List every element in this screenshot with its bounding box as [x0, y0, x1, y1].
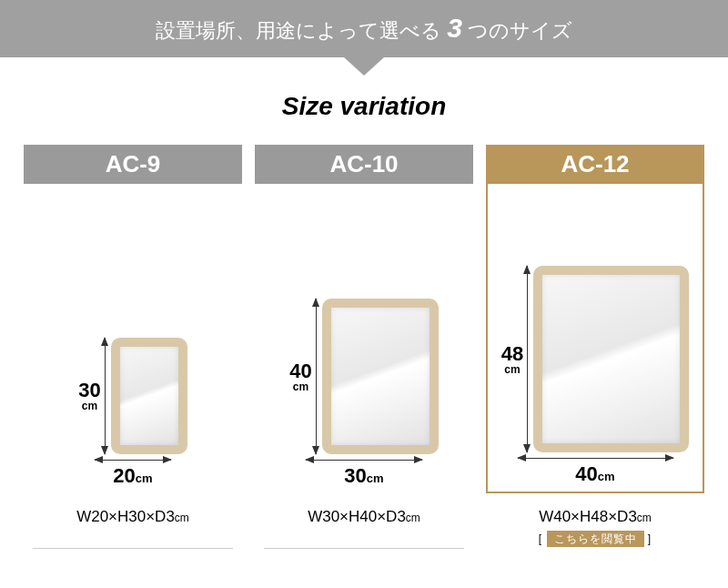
horizontal-dimension: 30cm [306, 460, 422, 488]
mirror-illustration [322, 299, 439, 454]
diagram-area: 30cm20cm [24, 184, 242, 493]
variant-AC-12: AC-1248cm40cmW40×H48×D3cm[ こちらを閲覧中 ] [486, 145, 704, 549]
vertical-dim-label: 30cm [78, 380, 100, 411]
viewing-badge: [ こちらを閲覧中 ] [539, 532, 652, 547]
dimensions-text: W40×H48×D3cm [539, 508, 652, 526]
dimensions-text: W30×H40×D3cm [308, 508, 420, 526]
horizontal-dim-label: 30cm [344, 464, 383, 488]
mirror-row: 40cm [289, 299, 438, 454]
mirror-illustration [533, 266, 689, 452]
vertical-dimension: 40cm [289, 299, 321, 454]
diagram-area: 48cm40cm [486, 184, 704, 493]
variant-AC-9: AC-930cm20cmW20×H30×D3cm [24, 145, 242, 549]
mirror-row: 48cm [501, 266, 689, 452]
variant-label: AC-10 [255, 145, 473, 184]
horizontal-arrow-icon [518, 458, 673, 459]
header-text-post: つのサイズ [462, 19, 572, 42]
horizontal-dimension: 40cm [518, 458, 673, 486]
horizontal-dim-label: 20cm [113, 464, 152, 488]
horizontal-arrow-icon [306, 460, 422, 461]
subtitle: Size variation [0, 92, 728, 121]
horizontal-dimension: 20cm [95, 460, 171, 488]
vertical-arrow-icon [105, 338, 106, 454]
variant-AC-10: AC-1040cm30cmW30×H40×D3cm [255, 145, 473, 549]
header-number: 3 [447, 13, 462, 43]
diagram-area: 40cm30cm [255, 184, 473, 493]
vertical-dim-label: 48cm [501, 344, 523, 375]
variant-label: AC-9 [24, 145, 242, 184]
dimensions-text: W20×H30×D3cm [76, 508, 189, 526]
horizontal-arrow-icon [95, 460, 171, 461]
vertical-arrow-icon [527, 266, 528, 452]
header-text-pre: 設置場所、用途によって選べる [156, 19, 447, 42]
header-arrow-icon [344, 57, 384, 76]
divider [264, 548, 464, 549]
mirror-row: 30cm [78, 338, 187, 454]
vertical-arrow-icon [316, 299, 317, 454]
mirror-illustration [111, 338, 187, 454]
divider [33, 548, 233, 549]
vertical-dim-label: 40cm [289, 361, 311, 392]
header-banner: 設置場所、用途によって選べる 3 つのサイズ [0, 0, 728, 57]
vertical-dimension: 30cm [78, 338, 110, 454]
vertical-dimension: 48cm [501, 266, 533, 452]
variants-row: AC-930cm20cmW20×H30×D3cmAC-1040cm30cmW30… [0, 145, 728, 549]
horizontal-dim-label: 40cm [575, 462, 614, 486]
variant-label: AC-12 [486, 145, 704, 184]
